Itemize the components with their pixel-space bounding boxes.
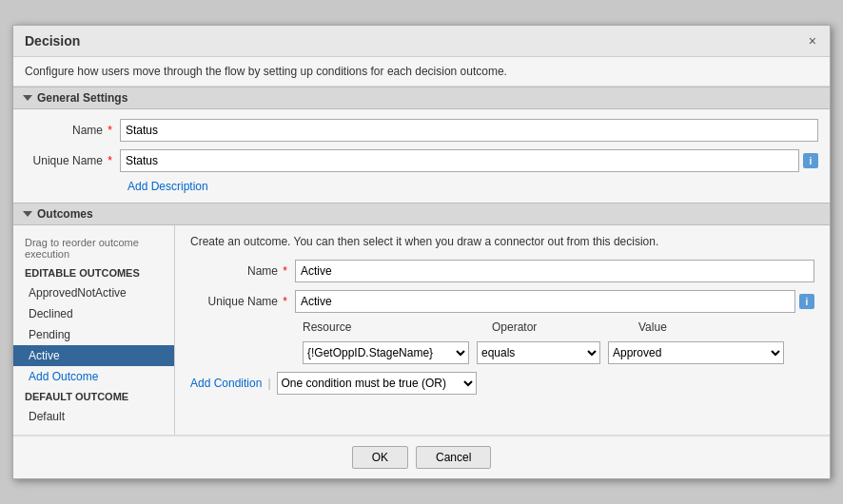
name-label: Name * <box>25 124 120 137</box>
outcome-name-input[interactable] <box>295 260 814 282</box>
outcomes-right-panel: Create an outcome. You can then select i… <box>175 225 830 435</box>
dialog-footer: OK Cancel <box>13 436 830 478</box>
conditions-header-row: Resource Operator Value <box>190 320 814 334</box>
unique-name-row: Unique Name * i <box>25 149 818 172</box>
ok-button[interactable]: OK <box>352 446 408 469</box>
editable-outcomes-label: EDITABLE OUTCOMES <box>13 263 174 282</box>
decision-dialog: Decision × Configure how users move thro… <box>12 25 831 479</box>
outcome-unique-name-info-icon[interactable]: i <box>799 294 814 309</box>
dialog-title: Decision <box>25 33 80 48</box>
general-settings-label: General Settings <box>37 91 127 105</box>
drag-hint: Drag to reorder outcome execution <box>13 233 174 263</box>
outcome-item-default[interactable]: Default <box>13 406 174 427</box>
outcome-unique-name-input[interactable] <box>295 290 795 313</box>
add-condition-row: Add Condition | One condition must be tr… <box>190 372 814 395</box>
cancel-button[interactable]: Cancel <box>416 446 491 469</box>
resource-col-header: Resource <box>303 320 469 334</box>
outcome-item-active[interactable]: Active <box>13 345 174 366</box>
default-outcome-label: DEFAULT OUTCOME <box>13 387 174 406</box>
outcomes-right-desc: Create an outcome. You can then select i… <box>190 235 814 248</box>
operator-select[interactable]: equals <box>477 341 600 364</box>
conditions-table: {!GetOppID.StageName} equals Approved <box>190 341 814 364</box>
name-row: Name * <box>25 119 818 142</box>
unique-name-label: Unique Name * <box>25 154 120 167</box>
outcome-item-declined[interactable]: Declined <box>13 303 174 324</box>
name-input[interactable] <box>120 119 818 142</box>
outcome-name-row: Name * <box>190 260 814 282</box>
outcome-unique-name-label: Unique Name * <box>190 295 295 308</box>
unique-name-input[interactable] <box>120 149 799 172</box>
operator-col: equals <box>477 341 600 364</box>
outcome-name-label: Name * <box>190 264 295 278</box>
outcome-item-pending[interactable]: Pending <box>13 324 174 345</box>
resource-col: {!GetOppID.StageName} <box>303 341 469 364</box>
add-condition-link[interactable]: Add Condition <box>190 377 262 390</box>
outcomes-section-label: Outcomes <box>37 207 93 221</box>
outcome-unique-name-row: Unique Name * i <box>190 290 814 313</box>
general-settings-body: Name * Unique Name * i Add Description <box>13 109 830 203</box>
outcome-unique-name-required: * <box>283 295 287 308</box>
outcomes-section-header: Outcomes <box>13 203 830 225</box>
close-button[interactable]: × <box>807 33 818 48</box>
resource-select[interactable]: {!GetOppID.StageName} <box>303 341 469 364</box>
outcome-name-required: * <box>283 264 287 278</box>
add-description-link[interactable]: Add Description <box>127 180 208 193</box>
add-outcome-link[interactable]: Add Outcome <box>13 366 174 387</box>
triangle-icon <box>23 95 32 101</box>
value-col: Approved <box>608 341 784 364</box>
operator-col-header: Operator <box>492 320 616 334</box>
value-select[interactable]: Approved <box>608 341 784 364</box>
name-required: * <box>108 124 112 137</box>
outcomes-triangle-icon <box>23 211 32 217</box>
unique-name-required: * <box>108 154 112 167</box>
unique-name-info-icon[interactable]: i <box>803 153 818 168</box>
outcomes-body: Drag to reorder outcome execution EDITAB… <box>13 225 830 436</box>
value-col-header: Value <box>638 320 814 334</box>
outcome-item-approvednotactive[interactable]: ApprovedNotActive <box>13 282 174 303</box>
general-settings-header: General Settings <box>13 87 830 109</box>
add-description-row: Add Description <box>25 180 818 193</box>
dialog-header: Decision × <box>13 26 830 57</box>
dialog-subtitle: Configure how users move through the flo… <box>13 57 830 87</box>
condition-separator: | <box>267 377 270 390</box>
logic-select[interactable]: One condition must be true (OR) All cond… <box>277 372 477 395</box>
outcomes-left-panel: Drag to reorder outcome execution EDITAB… <box>13 225 175 435</box>
